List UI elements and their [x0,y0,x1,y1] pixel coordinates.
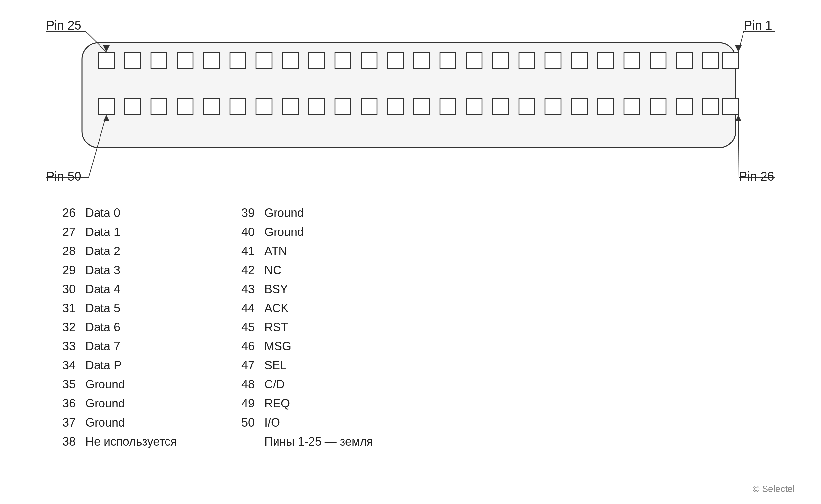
svg-rect-9 [309,53,324,68]
svg-text:Pin 1: Pin 1 [744,20,772,32]
pin-name: BSY [264,282,288,296]
pin-entry: 44ACK [232,299,411,318]
pin-number: 36 [53,397,76,410]
svg-marker-65 [103,115,110,121]
pin-entry: 31Data 5 [53,299,232,318]
svg-rect-3 [151,53,167,68]
pin-number: 48 [232,378,255,391]
pin-entry: 40Ground [232,223,411,242]
pin-entry: 39Ground [232,204,411,223]
pin-name: Data 6 [85,320,120,334]
pin-name: Data 3 [85,263,120,277]
svg-rect-31 [230,99,246,114]
svg-rect-21 [624,53,640,68]
pin-name: Data 1 [85,225,120,239]
svg-rect-6 [230,53,246,68]
svg-rect-39 [440,99,456,114]
svg-rect-0 [82,43,736,148]
svg-line-61 [738,115,739,177]
svg-rect-14 [440,53,456,68]
pin-number: 33 [53,340,76,353]
svg-rect-30 [204,99,219,114]
pin-number: 44 [232,301,255,315]
pin-name: Data P [85,359,122,372]
pin-number: 29 [53,263,76,277]
pin-name: I/O [264,416,280,429]
pin-entry: 33Data 7 [53,337,232,356]
pin-name: Data 4 [85,282,120,296]
pin-name: Ground [264,206,304,220]
pin-number: 50 [232,416,255,429]
pin-name: Data 0 [85,206,120,220]
svg-rect-25 [722,53,738,68]
svg-rect-5 [204,53,219,68]
svg-rect-34 [309,99,324,114]
pin-name: REQ [264,397,290,410]
svg-rect-11 [361,53,377,68]
svg-rect-13 [414,53,430,68]
pin-entry: 29Data 3 [53,261,232,280]
pin-entry: 34Data P [53,356,232,375]
pin-number: 41 [232,244,255,258]
pin-name: Data 7 [85,340,120,353]
pin-number: 45 [232,320,255,334]
svg-rect-37 [388,99,403,114]
pin-column-spacer2 [589,204,768,451]
pin-number: 40 [232,225,255,239]
svg-rect-22 [650,53,666,68]
pin-name: RST [264,320,288,334]
pin-name: MSG [264,340,291,353]
svg-rect-50 [722,99,738,114]
svg-line-52 [85,31,106,52]
pin-entry: 36Ground [53,394,232,413]
pin-number: 46 [232,340,255,353]
pin-number: 30 [53,282,76,296]
svg-rect-47 [650,99,666,114]
pin-column-right: 39Ground40Ground41ATN42NC43BSY44ACK45RST… [232,204,411,451]
svg-rect-1 [99,53,114,68]
svg-rect-15 [466,53,482,68]
pin-entry: 26Data 0 [53,204,232,223]
pin-list-section: 26Data 027Data 128Data 229Data 330Data 4… [26,204,795,451]
svg-rect-42 [519,99,535,114]
svg-rect-33 [282,99,298,114]
pin-number: 31 [53,301,76,315]
pin-entry: 41ATN [232,242,411,261]
pin-number: 47 [232,359,255,372]
svg-rect-28 [151,99,167,114]
svg-rect-24 [703,53,719,68]
pin-name: C/D [264,378,285,391]
svg-marker-64 [735,45,742,52]
svg-rect-36 [361,99,377,114]
svg-rect-4 [177,53,193,68]
pin-entry: Пины 1-25 — земля [232,432,411,451]
pin-entry: 38Не используется [53,432,232,451]
pin-number: 37 [53,416,76,429]
page-container: Pin 25 Pin 1 Pin 50 Pin 26 [0,0,821,504]
connector-svg: Pin 25 Pin 1 Pin 50 Pin 26 [33,20,788,190]
svg-rect-19 [571,53,587,68]
svg-rect-12 [388,53,403,68]
connector-diagram: Pin 25 Pin 1 Pin 50 Pin 26 [33,20,788,190]
svg-rect-2 [125,53,141,68]
svg-rect-38 [414,99,430,114]
svg-rect-45 [598,99,613,114]
svg-rect-44 [571,99,587,114]
svg-rect-32 [256,99,272,114]
pin-column-spacer1 [411,204,589,451]
pin-column-left: 26Data 027Data 128Data 229Data 330Data 4… [53,204,232,451]
svg-rect-18 [545,53,561,68]
svg-rect-43 [545,99,561,114]
svg-rect-41 [493,99,508,114]
pin-entry: 49REQ [232,394,411,413]
svg-rect-16 [493,53,508,68]
pin-number: 26 [53,206,76,220]
svg-rect-17 [519,53,535,68]
pin-entry: 50I/O [232,413,411,432]
pin-number: 42 [232,263,255,277]
svg-rect-46 [624,99,640,114]
pin-entry: 27Data 1 [53,223,232,242]
svg-rect-10 [335,53,351,68]
pin-entry: 37Ground [53,413,232,432]
pin-name: ATN [264,244,287,258]
